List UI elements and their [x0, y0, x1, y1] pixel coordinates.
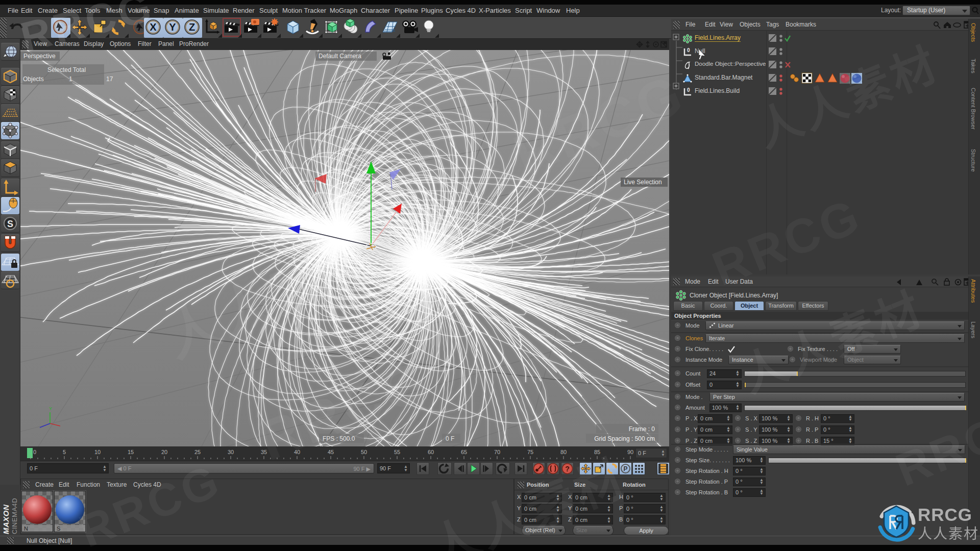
svg-text:75: 75: [527, 449, 533, 455]
svg-text:20: 20: [161, 449, 167, 455]
svg-text:17: 17: [106, 76, 113, 83]
svg-text:RRCG: RRCG: [918, 505, 972, 524]
svg-text:Selected Total: Selected Total: [47, 66, 86, 73]
svg-text:5: 5: [63, 449, 66, 455]
svg-text:65: 65: [461, 449, 467, 455]
svg-text:1: 1: [69, 76, 72, 83]
svg-text:25: 25: [194, 449, 201, 455]
svg-text:15: 15: [128, 449, 134, 455]
svg-text:Y: Y: [49, 406, 52, 411]
svg-text:Live Selection: Live Selection: [624, 179, 662, 186]
svg-text:60: 60: [428, 449, 434, 455]
svg-text:70: 70: [494, 449, 500, 455]
svg-text:人人素材: 人人素材: [918, 526, 979, 542]
svg-text:Y: Y: [169, 21, 176, 33]
svg-text:0: 0: [687, 87, 690, 93]
svg-text:55: 55: [394, 449, 400, 455]
svg-text:90: 90: [627, 449, 633, 455]
svg-text:80: 80: [560, 449, 567, 455]
svg-text:Objects: Objects: [23, 76, 44, 83]
svg-text:S: S: [57, 525, 60, 532]
svg-text:10: 10: [94, 449, 101, 455]
svg-text:S: S: [7, 219, 13, 229]
svg-text:50: 50: [361, 449, 367, 455]
svg-text:0: 0: [33, 449, 36, 455]
svg-text:Z: Z: [189, 21, 195, 33]
svg-text:Frame : 0: Frame : 0: [629, 425, 655, 433]
svg-text:P: P: [623, 465, 627, 472]
svg-text:30: 30: [228, 449, 234, 455]
svg-text:Default Camera: Default Camera: [318, 53, 361, 60]
svg-text:0: 0: [687, 47, 690, 53]
svg-text:0 F: 0 F: [446, 435, 454, 442]
svg-text:N: N: [24, 525, 28, 532]
